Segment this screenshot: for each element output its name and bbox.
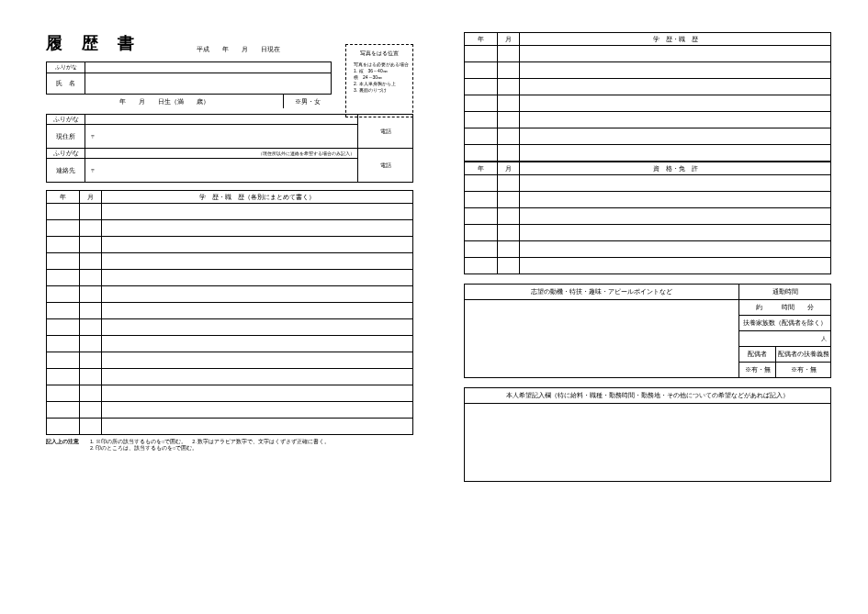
col-title: 学 歴・職 歴: [520, 33, 831, 46]
spouse-select[interactable]: ※有・無: [739, 363, 776, 378]
asof-label: 平成 年 月 日現在: [197, 45, 280, 54]
photo-note-line: 1. 縦 36～40㎜: [354, 68, 409, 74]
spouse-dep-select[interactable]: ※有・無: [776, 363, 831, 378]
footnote-line: 印のところは、該当するものを○で囲む。: [96, 445, 330, 452]
wishes-box: 本人希望記入欄（特に給料・職種・勤務時間・勤務地・その他についての希望などがあれ…: [464, 387, 831, 482]
table-row[interactable]: [47, 402, 413, 419]
commute-header: 通勤時間: [739, 285, 831, 300]
photo-note-line: 3. 裏面のりづけ: [354, 87, 409, 94]
table-row[interactable]: [465, 112, 831, 128]
table-row[interactable]: [465, 46, 831, 62]
history-table-left: 年 月 学 歴・職 歴（各別にまとめて書く）: [46, 190, 413, 435]
name-label: 氏 名: [47, 73, 85, 95]
table-row[interactable]: [47, 303, 413, 319]
table-row[interactable]: [465, 62, 831, 79]
photo-note-line: 横 24～30㎜: [354, 74, 409, 81]
address-block: ふりがな 電話 現住所 〒 ふりがな （現住所以外に連絡を希望する場合のみ記入）…: [46, 114, 413, 183]
history-rows-right1: [465, 46, 831, 162]
license-rows: [465, 175, 831, 274]
table-row[interactable]: [465, 258, 831, 274]
col-year: 年: [465, 33, 498, 46]
table-row[interactable]: [465, 79, 831, 95]
postal-icon: 〒: [88, 134, 96, 140]
table-row[interactable]: [47, 286, 413, 303]
motivation-header: 志望の動機・特技・趣味・アピールポイントなど: [465, 285, 739, 300]
table-row[interactable]: [47, 220, 413, 237]
col-month: 月: [498, 33, 520, 46]
contact-field[interactable]: 〒: [85, 159, 358, 183]
table-row[interactable]: [47, 369, 413, 385]
footnote-label: 記入上の注意: [46, 439, 79, 452]
tel-label-2: 電話: [358, 149, 413, 183]
footnote-line: ※印の所の該当するものを○で囲む。 2. 数字はアラビア数字で、文字はくずさず正…: [96, 439, 330, 445]
table-row[interactable]: [47, 204, 413, 220]
wishes-field[interactable]: [465, 404, 831, 482]
table-row[interactable]: [47, 319, 413, 336]
table-row[interactable]: [47, 385, 413, 402]
dependents-field[interactable]: 人: [739, 331, 831, 347]
contact-label: 連絡先: [47, 159, 85, 183]
addr-label: 現住所: [47, 125, 85, 149]
dependents-label: 扶養家族数（配偶者を除く）: [739, 316, 831, 331]
table-row[interactable]: [47, 419, 413, 435]
name-block: ふりがな 氏 名 年 月 日生（満 歳） ※男・女: [46, 61, 332, 108]
photo-note-title: 写真をはる位置: [350, 50, 409, 58]
addr-furigana-label: ふりがな: [47, 115, 85, 125]
col-month: 月: [498, 162, 520, 175]
furigana-field[interactable]: [85, 62, 332, 73]
furigana-label: ふりがな: [47, 62, 85, 73]
motivation-commute-box: 志望の動機・特技・趣味・アピールポイントなど 通勤時間 約 時間 分 扶養家族数…: [464, 284, 831, 378]
table-row[interactable]: [465, 95, 831, 112]
spouse-label: 配偶者: [739, 347, 776, 363]
contact-furigana-label: ふりがな: [47, 149, 85, 159]
motivation-field[interactable]: [465, 300, 739, 378]
table-row[interactable]: [465, 208, 831, 225]
name-field[interactable]: [85, 73, 332, 95]
col-year: 年: [465, 162, 498, 175]
license-table: 年 月 資 格・免 許: [464, 162, 831, 274]
table-row[interactable]: [465, 128, 831, 145]
commute-value[interactable]: 約 時間 分: [739, 300, 831, 316]
table-row[interactable]: [47, 336, 413, 352]
photo-note-line: 2. 本人単身胸から上: [354, 81, 409, 87]
col-title: 学 歴・職 歴（各別にまとめて書く）: [102, 191, 413, 204]
history-table-right: 年 月 学 歴・職 歴: [464, 32, 831, 162]
photo-note: 写真をはる位置 写真をはる必要がある場合 1. 縦 36～40㎜ 横 24～30…: [345, 44, 413, 117]
table-row[interactable]: [465, 192, 831, 208]
addr-field[interactable]: 〒: [85, 125, 358, 149]
table-row[interactable]: [47, 237, 413, 253]
col-month: 月: [80, 191, 102, 204]
page-title: 履 歴 書: [46, 32, 141, 54]
history-rows-left: [47, 204, 413, 435]
contact-note: （現住所以外に連絡を希望する場合のみ記入）: [85, 149, 358, 159]
footnotes: 記入上の注意 ※印の所の該当するものを○で囲む。 2. 数字はアラビア数字で、文…: [46, 439, 413, 452]
table-row[interactable]: [47, 270, 413, 286]
table-row[interactable]: [465, 145, 831, 162]
spouse-dep-label: 配偶者の扶養義務: [776, 347, 831, 363]
postal-icon: 〒: [88, 168, 96, 173]
photo-note-line: 写真をはる必要がある場合: [354, 61, 409, 68]
tel-label: 電話: [358, 115, 413, 149]
dob-field[interactable]: 年 月 日生（満 歳）: [47, 95, 284, 108]
table-row[interactable]: [465, 241, 831, 258]
table-row[interactable]: [47, 253, 413, 270]
col-year: 年: [47, 191, 80, 204]
addr-furigana-field[interactable]: [85, 115, 358, 125]
gender-select[interactable]: ※男・女: [284, 95, 332, 108]
wishes-header: 本人希望記入欄（特に給料・職種・勤務時間・勤務地・その他についての希望などがあれ…: [465, 388, 831, 404]
table-row[interactable]: [47, 352, 413, 369]
table-row[interactable]: [465, 225, 831, 241]
col-title: 資 格・免 許: [520, 162, 831, 175]
table-row[interactable]: [465, 175, 831, 192]
